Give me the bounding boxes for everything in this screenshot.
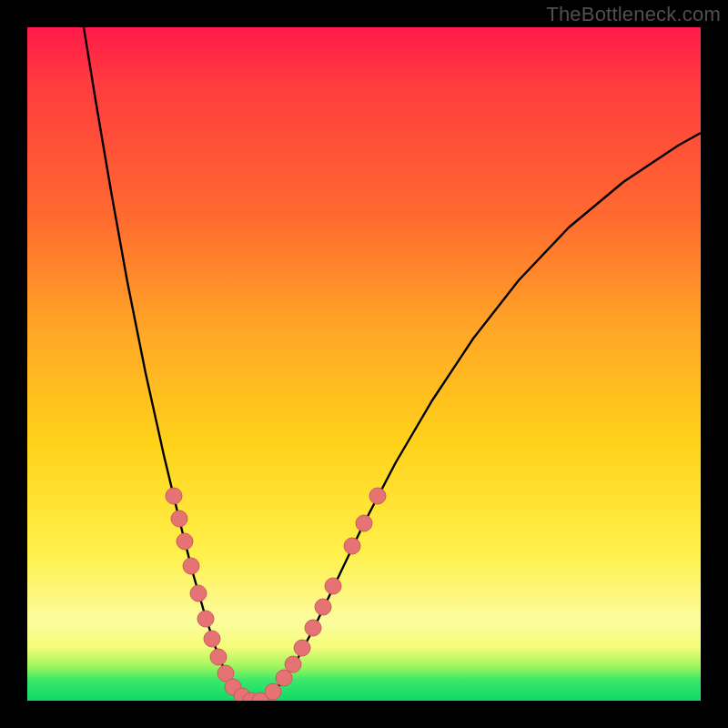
data-dot (210, 649, 227, 665)
chart-frame: TheBottleneck.com (0, 0, 728, 728)
data-dot (183, 558, 199, 574)
data-dot (166, 488, 182, 504)
data-dot (190, 585, 207, 602)
data-dot (344, 538, 360, 554)
data-dots-group (166, 488, 386, 701)
curve-right (253, 133, 701, 701)
data-dot (285, 656, 301, 672)
chart-plot-area (27, 27, 701, 701)
bottleneck-curve-svg (27, 27, 701, 701)
data-dot (204, 631, 220, 647)
data-dot (177, 533, 193, 550)
data-dot (356, 515, 372, 531)
data-dot (315, 599, 331, 615)
data-dot (265, 683, 281, 700)
data-dot (305, 620, 321, 636)
data-dot (294, 640, 310, 656)
data-dot (325, 578, 341, 594)
data-dot (171, 511, 187, 527)
watermark-text: TheBottleneck.com (546, 3, 721, 26)
data-dot (197, 611, 214, 627)
data-dot (369, 488, 386, 504)
curve-left (84, 27, 253, 701)
